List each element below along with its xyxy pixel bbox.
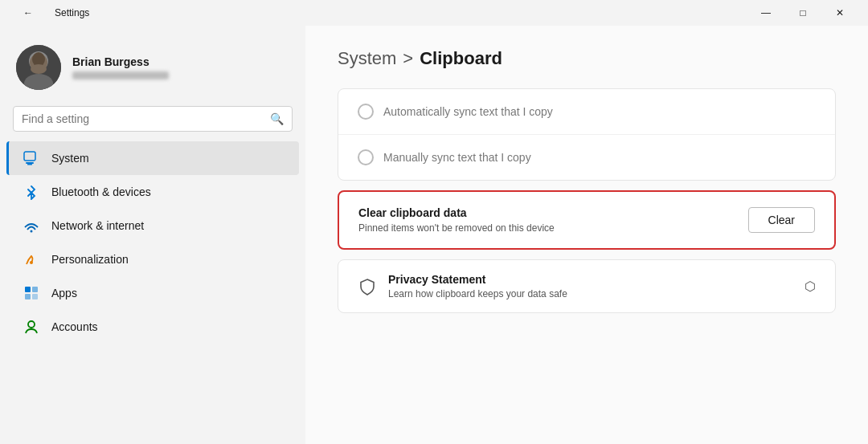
breadcrumb-separator: >	[403, 48, 413, 69]
avatar	[16, 45, 61, 90]
sidebar-item-system[interactable]: System	[6, 141, 299, 175]
search-icon: 🔍	[270, 112, 284, 125]
close-button[interactable]: ✕	[821, 0, 858, 26]
main-content: System > Clipboard Automatically sync te…	[305, 26, 868, 444]
system-icon	[23, 149, 40, 167]
svg-rect-12	[32, 287, 38, 292]
back-button[interactable]: ←	[10, 0, 47, 26]
privacy-left: Privacy Statement Learn how clipboard ke…	[358, 273, 567, 299]
svg-rect-8	[27, 164, 32, 165]
external-link-icon: ⬡	[805, 279, 816, 294]
sync-manual-label: Manually sync text that I copy	[383, 151, 531, 164]
sync-option-auto[interactable]: Automatically sync text that I copy	[338, 89, 835, 135]
sidebar-item-bluetooth[interactable]: Bluetooth & devices	[6, 175, 299, 209]
sync-auto-label: Automatically sync text that I copy	[383, 105, 553, 118]
sidebar-item-apps[interactable]: Apps	[6, 276, 299, 310]
sync-options-card: Automatically sync text that I copy Manu…	[338, 88, 836, 181]
bluetooth-icon	[23, 183, 40, 201]
shield-icon	[358, 277, 377, 296]
sidebar-item-network-label: Network & internet	[51, 219, 144, 232]
titlebar-left: ← Settings	[10, 0, 89, 26]
clear-clipboard-card: Clear clipboard data Pinned items won't …	[338, 190, 836, 250]
clear-text: Clear clipboard data Pinned items won't …	[358, 206, 555, 234]
svg-point-5	[31, 64, 47, 74]
titlebar-controls: — □ ✕	[747, 0, 858, 26]
privacy-card[interactable]: Privacy Statement Learn how clipboard ke…	[338, 259, 836, 313]
clear-row: Clear clipboard data Pinned items won't …	[339, 192, 834, 248]
maximize-button[interactable]: □	[784, 0, 821, 26]
breadcrumb-current: Clipboard	[420, 48, 502, 69]
sidebar-item-accounts-label: Accounts	[51, 320, 98, 333]
svg-point-10	[30, 261, 33, 264]
privacy-subtitle: Learn how clipboard keeps your data safe	[388, 288, 567, 299]
sidebar-item-bluetooth-label: Bluetooth & devices	[51, 185, 151, 198]
svg-point-15	[28, 321, 35, 328]
apps-icon	[23, 284, 40, 302]
radio-auto[interactable]	[358, 104, 374, 120]
minimize-button[interactable]: —	[747, 0, 784, 26]
user-profile[interactable]: Brian Burgess	[0, 32, 305, 106]
svg-rect-13	[25, 294, 31, 299]
breadcrumb: System > Clipboard	[338, 48, 836, 69]
user-name: Brian Burgess	[72, 55, 169, 68]
breadcrumb-parent: System	[338, 48, 396, 69]
user-email	[72, 71, 169, 79]
titlebar: ← Settings — □ ✕	[0, 0, 868, 26]
personalization-icon	[23, 251, 40, 268]
sidebar-item-apps-label: Apps	[51, 287, 77, 299]
sidebar-item-personalization[interactable]: Personalization	[6, 242, 299, 276]
sync-option-manual[interactable]: Manually sync text that I copy	[338, 135, 835, 180]
svg-rect-7	[26, 162, 34, 164]
sidebar-item-accounts[interactable]: Accounts	[6, 310, 299, 344]
privacy-text: Privacy Statement Learn how clipboard ke…	[388, 273, 567, 299]
radio-manual[interactable]	[358, 149, 374, 165]
svg-rect-6	[24, 152, 35, 161]
app-body: Brian Burgess 🔍 System Bluetooth & devic…	[0, 26, 868, 444]
search-box[interactable]: 🔍	[13, 106, 293, 132]
search-input[interactable]	[22, 112, 264, 125]
privacy-row: Privacy Statement Learn how clipboard ke…	[338, 260, 835, 312]
sidebar: Brian Burgess 🔍 System Bluetooth & devic…	[0, 26, 305, 444]
privacy-title: Privacy Statement	[388, 273, 567, 286]
accounts-icon	[23, 318, 40, 336]
sidebar-item-personalization-label: Personalization	[51, 253, 129, 266]
sidebar-item-system-label: System	[51, 152, 89, 165]
svg-point-9	[31, 230, 33, 233]
sidebar-item-network[interactable]: Network & internet	[6, 209, 299, 242]
titlebar-title: Settings	[55, 7, 89, 18]
clear-title: Clear clipboard data	[358, 206, 555, 219]
clear-button[interactable]: Clear	[748, 207, 815, 233]
svg-rect-14	[32, 294, 38, 299]
svg-rect-11	[25, 287, 31, 292]
network-icon	[23, 217, 40, 234]
clear-subtitle: Pinned items won't be removed on this de…	[358, 222, 555, 234]
user-info: Brian Burgess	[72, 55, 169, 79]
